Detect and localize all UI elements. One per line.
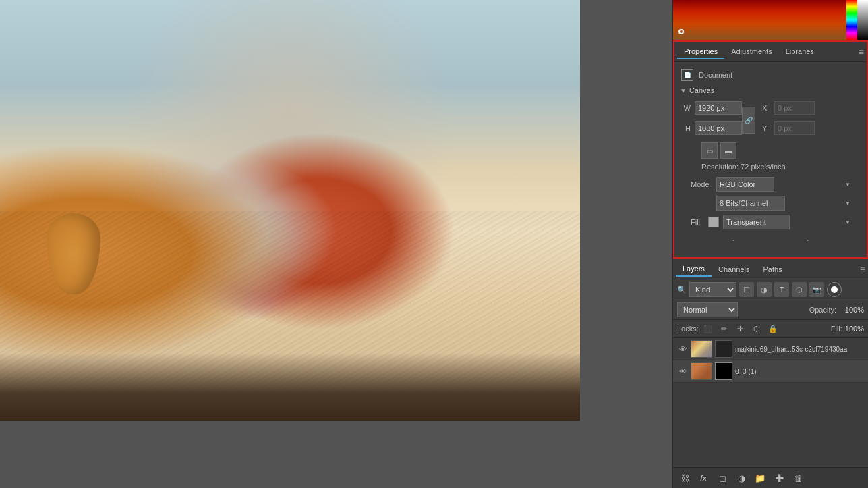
layer-visibility-1[interactable]: 👁 — [677, 344, 688, 354]
properties-content: 📄 Document ▼ Canvas W — [674, 62, 867, 257]
opacity-value: 100% — [840, 306, 864, 314]
layer-visibility-2[interactable]: 👁 — [677, 366, 688, 377]
right-panel: Properties Adjustments Libraries ≡ 📄 Doc… — [672, 0, 868, 488]
document-row: 📄 Document — [674, 66, 867, 84]
add-mask-icon[interactable]: ◻ — [715, 470, 730, 485]
kind-select[interactable]: Kind — [689, 282, 736, 297]
layers-fill-label: Fill: — [831, 325, 842, 333]
document-icon: 📄 — [681, 69, 693, 81]
layer-item[interactable]: 👁 majkinio69_ultrar...53c-c2cf719430aa — [673, 338, 868, 360]
y-input[interactable] — [774, 121, 815, 135]
bits-row: 8 Bits/Channel 16 Bits/Channel 32 Bits/C… — [683, 194, 859, 213]
color-cursor — [678, 29, 684, 34]
opacity-label: Opacity: — [809, 306, 836, 314]
width-label: W — [683, 104, 691, 112]
fill-color-box[interactable] — [708, 217, 719, 227]
lock-position-icon[interactable]: ✏ — [718, 322, 731, 335]
fill-row: Fill Transparent White Black Background … — [683, 213, 859, 232]
resolution-label: Resolution: 72 pixels/inch — [701, 163, 786, 171]
canvas-orientation-row: ▭ ▬ — [701, 142, 859, 159]
bits-select[interactable]: 8 Bits/Channel 16 Bits/Channel 32 Bits/C… — [716, 196, 785, 211]
y-label: Y — [762, 124, 770, 132]
canvas-section-label: Canvas — [689, 86, 714, 94]
mode-select-wrapper: RGB Color CMYK Color Grayscale — [716, 177, 853, 192]
layers-toolbar: 🔍 Kind ☐ ◑ T ⬡ 📷 — [673, 279, 868, 300]
layer-thumbnail-1 — [691, 340, 712, 358]
x-input[interactable] — [774, 101, 815, 115]
new-adjustment-icon[interactable]: ◑ — [734, 470, 749, 485]
resolution-row: Resolution: 72 pixels/inch — [683, 161, 859, 175]
layer-thumbnail-2 — [691, 362, 712, 380]
filter-dot-inner — [831, 286, 838, 293]
fx-icon[interactable]: fx — [696, 470, 711, 485]
lock-artboard-icon[interactable]: ✛ — [734, 322, 747, 335]
layers-tabs: Layers Channels Paths ≡ — [673, 259, 868, 279]
layer-name-2: 0_3 (1) — [735, 368, 864, 375]
portrait-icon[interactable]: ▭ — [701, 142, 718, 159]
layers-footer: ⛓ fx ◻ ◑ 📁 ✚ 🗑 — [673, 467, 868, 488]
new-group-icon[interactable]: 📁 — [753, 470, 768, 485]
dot-2: · — [807, 234, 809, 246]
mode-label: Mode — [691, 180, 712, 188]
lock-all-icon[interactable]: 🔒 — [766, 322, 780, 335]
tab-properties[interactable]: Properties — [677, 45, 724, 59]
layer-mask-1 — [715, 340, 732, 358]
layers-list: 👁 majkinio69_ultrar...53c-c2cf719430aa 👁… — [673, 338, 868, 467]
mode-select[interactable]: RGB Color CMYK Color Grayscale — [716, 177, 774, 192]
adjustment-filter-icon[interactable]: ◑ — [757, 282, 772, 297]
color-hue-strip[interactable] — [846, 0, 857, 40]
layers-panel: Layers Channels Paths ≡ 🔍 Kind ☐ ◑ T ⬡ 📷… — [673, 259, 868, 488]
x-label: X — [762, 104, 770, 112]
shape-filter-icon[interactable]: ⬡ — [792, 282, 807, 297]
wh-link-container: W H 🔗 — [683, 101, 758, 139]
properties-panel: Properties Adjustments Libraries ≡ 📄 Doc… — [673, 40, 868, 259]
y-row: Y — [762, 121, 815, 135]
canvas-image — [0, 0, 580, 421]
canvas-bottom — [0, 353, 580, 421]
smart-filter-icon[interactable]: 📷 — [809, 282, 824, 297]
height-input[interactable] — [695, 121, 742, 135]
layer-item[interactable]: 👁 0_3 (1) — [673, 360, 868, 383]
text-filter-icon[interactable]: T — [774, 282, 789, 297]
tab-channels[interactable]: Channels — [712, 263, 756, 276]
document-label: Document — [699, 71, 732, 79]
delete-layer-icon[interactable]: 🗑 — [790, 470, 805, 485]
properties-menu-icon[interactable]: ≡ — [859, 47, 864, 57]
layers-fill-value: 100% — [845, 325, 864, 333]
height-label: H — [683, 124, 691, 132]
canvas-section-header[interactable]: ▼ Canvas — [674, 84, 867, 97]
tab-layers[interactable]: Layers — [676, 262, 712, 277]
fill-select[interactable]: Transparent White Black Background Color — [723, 215, 790, 229]
dots-row: · · — [683, 232, 859, 249]
link-proportions-button[interactable]: 🔗 — [742, 107, 755, 134]
canvas-properties: W H 🔗 X — [674, 97, 867, 253]
layer-mask-2 — [715, 362, 732, 380]
blend-mode-row: Normal Multiply Screen Opacity: 100% — [673, 300, 868, 320]
locks-row: Locks: ⬛ ✏ ✛ ⬡ 🔒 Fill: 100% — [673, 320, 868, 338]
tab-paths[interactable]: Paths — [757, 263, 789, 276]
width-row: W — [683, 101, 742, 115]
color-picker-area — [673, 0, 868, 40]
blend-mode-select[interactable]: Normal Multiply Screen — [677, 302, 738, 317]
new-layer-icon[interactable]: ✚ — [772, 470, 786, 485]
width-input[interactable] — [695, 101, 742, 115]
layer-filter-dot[interactable] — [827, 282, 842, 297]
tab-adjustments[interactable]: Adjustments — [724, 45, 779, 59]
x-row: X — [762, 101, 815, 115]
color-gradient-main[interactable] — [673, 0, 846, 40]
lock-pixels-icon[interactable]: ⬛ — [701, 322, 715, 335]
color-brightness-strip[interactable] — [857, 0, 868, 40]
bits-select-wrapper: 8 Bits/Channel 16 Bits/Channel 32 Bits/C… — [716, 196, 853, 211]
link-layers-icon[interactable]: ⛓ — [677, 470, 692, 485]
lock-transform-icon[interactable]: ⬡ — [750, 322, 763, 335]
locks-label: Locks: — [677, 325, 699, 333]
layers-menu-icon[interactable]: ≡ — [860, 264, 865, 275]
fill-label: Fill — [691, 218, 704, 226]
chevron-down-icon: ▼ — [680, 87, 687, 94]
landscape-icon[interactable]: ▬ — [720, 142, 736, 159]
pixel-filter-icon[interactable]: ☐ — [739, 282, 754, 297]
canvas-area — [0, 0, 672, 488]
tab-libraries[interactable]: Libraries — [779, 45, 821, 59]
search-icon: 🔍 — [677, 286, 687, 294]
fill-select-wrapper: Transparent White Black Background Color — [723, 215, 853, 229]
